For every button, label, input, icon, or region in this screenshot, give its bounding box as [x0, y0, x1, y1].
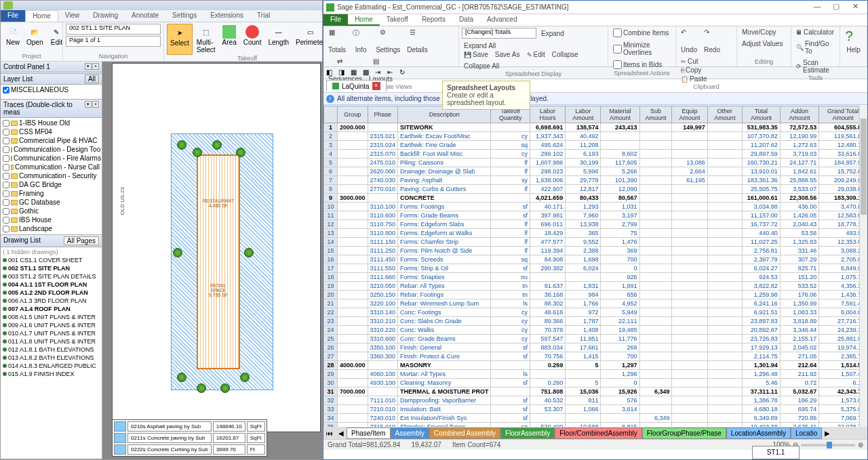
area-button[interactable]: Area — [220, 24, 239, 55]
expandall-button[interactable]: Expand All — [462, 41, 498, 50]
sheet-tab[interactable]: Locatio — [791, 427, 822, 439]
tab-extensions[interactable]: Extensions — [203, 10, 250, 22]
drawing-canvas[interactable]: OLD US-23 RESTAURANT4,400 SF RETAIL SPAC… — [102, 62, 322, 459]
trace-checkbox[interactable] — [3, 146, 9, 153]
tool-icon[interactable]: ⇥ — [375, 68, 384, 78]
tab-drawing[interactable]: Drawing — [86, 10, 125, 22]
undo-button[interactable]: ↶Undo — [679, 28, 699, 54]
expand-button[interactable]: Expand — [539, 29, 566, 38]
table-row[interactable]: 213220.100Rebar: Wiremesh Lump Sumls88.3… — [324, 299, 867, 308]
details-button[interactable]: ☰Details — [405, 28, 430, 54]
tab-reports[interactable]: Reports — [415, 14, 452, 26]
trace-checkbox[interactable] — [3, 164, 9, 171]
trace-checkbox[interactable] — [3, 190, 9, 197]
table-row[interactable]: 203250.150Rebar: Footingstn38.1689846561… — [324, 291, 867, 299]
tab-view[interactable]: View — [58, 10, 87, 22]
view-combo[interactable]: [Changes] Totals — [462, 28, 536, 39]
table-row[interactable]: 163111.450Forms: Screedssq84.9081,698700… — [324, 255, 867, 264]
trace-item[interactable]: Communication - Design Too — [1, 145, 101, 154]
trace-item[interactable]: IBS House — [1, 215, 101, 224]
table-row[interactable]: 327111.010Dampproofing: VaporBarriersf40… — [324, 396, 867, 405]
close-tab-icon[interactable]: × — [372, 82, 380, 90]
drawing-item[interactable]: 008 A1.5 UNIT PLANS & INTER — [1, 313, 101, 321]
new-button[interactable]: 📄New — [3, 24, 22, 47]
select-button[interactable]: ➤Select — [167, 24, 193, 55]
doc-tab[interactable]: LaQuinta × — [326, 80, 387, 91]
column-header[interactable]: Material Amount — [601, 106, 639, 123]
tool-icon[interactable]: ↻ — [399, 68, 409, 78]
close-button[interactable]: ✕ — [846, 2, 865, 13]
table-row[interactable]: 337210.010Insulation: Battsf53.3071,0663… — [324, 405, 867, 414]
table-row[interactable]: 253310.600Conc: Grade Beamscy597.54711,9… — [324, 335, 867, 343]
pin-icon[interactable]: ▾ — [85, 101, 92, 108]
open-button[interactable]: 📂Open — [24, 24, 45, 47]
table-row[interactable]: 123110.750Forms: Edgeform Slabslf696.011… — [324, 220, 867, 229]
trace-point[interactable] — [244, 248, 254, 257]
help-button[interactable]: ?Help — [843, 28, 864, 54]
scan-button[interactable]: ⟳ Scan Estimate — [794, 58, 837, 75]
sheet-tab[interactable]: LocationAssembly — [726, 427, 791, 439]
trace-point[interactable] — [197, 383, 206, 393]
table-row[interactable]: 347240.010Ext Insulation/Finish Syssf6,3… — [324, 414, 867, 423]
drawing-item[interactable]: 007 A1.4 ROOF PLAN — [1, 305, 101, 313]
count-button[interactable]: Count — [241, 24, 264, 55]
column-header[interactable]: Phase — [368, 106, 398, 123]
tab-file[interactable]: File — [1, 10, 25, 22]
table-row[interactable]: 42315.070Backfill: Foot Wall Misccy299.1… — [324, 150, 867, 159]
table-row[interactable]: 263350.100Finish: Generalsf883.03417,661… — [324, 343, 867, 352]
table-row[interactable]: 153111.250Forms: Pilm Notch @ Sidelf119.… — [324, 247, 867, 255]
trace-item[interactable]: Gothic — [1, 207, 101, 215]
trace-point[interactable] — [240, 373, 250, 382]
drawing-item[interactable]: 004 A1.1 1ST FLOOR PLAN — [1, 280, 101, 289]
trace-checkbox[interactable] — [3, 155, 9, 162]
copy-button[interactable]: ⎘ Copy — [679, 66, 709, 75]
layer-item[interactable]: MISCELLANEOUS — [1, 85, 101, 94]
table-row[interactable]: 294060.100Mortar: All Typesls1,2961,296.… — [324, 370, 867, 379]
trace-item[interactable]: Framing — [1, 189, 101, 198]
trace-checkbox[interactable] — [3, 129, 9, 135]
trace-checkbox[interactable] — [3, 138, 9, 144]
trace-item[interactable]: CSS MF04 — [1, 127, 101, 136]
collapse-button[interactable]: Collapse — [550, 50, 580, 59]
drawing-item[interactable]: 011 A1.8 UNIT PLANS & INTER — [1, 337, 101, 346]
spreadsheet-grid[interactable]: GroupPhaseDescriptionTakeoff QuantityLab… — [323, 106, 867, 427]
close-icon[interactable]: × — [92, 101, 99, 108]
minimize-button[interactable]: — — [808, 2, 827, 13]
cut-button[interactable]: ✂ Cut — [679, 57, 709, 66]
tool-icon[interactable]: ◧ — [326, 68, 336, 78]
trace-checkbox[interactable] — [3, 120, 9, 127]
column-header[interactable]: Other Amount — [707, 106, 742, 123]
trace-item[interactable]: Communication - Nurse Call — [1, 163, 101, 171]
trace-checkbox[interactable] — [3, 173, 9, 180]
length-button[interactable]: —Length — [265, 24, 292, 55]
table-row[interactable]: 32315.024Earthwk: Fine Gradesq495.62411,… — [324, 141, 867, 150]
drawing-item[interactable]: 012 A1.8.1 BATH ELEVATIONS — [1, 346, 101, 354]
table-row[interactable]: 183111.660Forms: Snaptiesno926924.53151.… — [324, 273, 867, 282]
drawing-item[interactable]: 009 A1.6 UNIT PLANS & INTER — [1, 321, 101, 329]
sheet-tab[interactable]: Floor/CombinedAssembly — [555, 427, 642, 439]
table-row[interactable]: 304930.100Cleaning: Masonrysf0.260505.46… — [324, 379, 867, 388]
table-row[interactable]: 223310.140Conc: Footingscy48.6189725,949… — [324, 308, 867, 317]
trace-item[interactable]: Communication - Security — [1, 171, 101, 180]
table-row[interactable]: 12000.000SITEWORK6,698.691138,574243,413… — [324, 123, 867, 132]
trace-point[interactable] — [177, 373, 186, 382]
tab-takeoff[interactable]: Takeoff — [380, 14, 415, 26]
drawing-list-header[interactable]: Drawing List All Pages — [1, 235, 102, 247]
drawing-item[interactable]: 003 ST1.2 SITE PLAN DETAILS — [1, 272, 101, 280]
drawing-item[interactable]: 015 A1.9 FINISH INDEX — [1, 370, 101, 378]
tab-home[interactable]: Home — [348, 14, 380, 26]
table-row[interactable]: 82770.010Paving: Curbs & Gutterslf422.60… — [324, 185, 867, 194]
table-row[interactable]: 93000.000CONCRETE4,021.65980,43380,56716… — [324, 194, 867, 203]
tab-nav-next[interactable]: ▶ — [822, 430, 833, 437]
calc-button[interactable]: 🖩 Calculator — [794, 28, 836, 37]
table-row[interactable]: 62620.000Drainage: Drainage @ Slablf298.… — [324, 167, 867, 176]
drawing-item[interactable]: 005 A1.2 2ND FLOOR PLAN — [1, 289, 101, 297]
adjust-button[interactable]: Adjust Values — [740, 39, 785, 48]
trace-child[interactable]: 0002- Beds, Topsoil, Fi — [1, 233, 101, 234]
tab-home[interactable]: Home — [25, 10, 58, 22]
trace-checkbox[interactable] — [3, 217, 9, 224]
trace-item[interactable]: 1-IBS House Old — [1, 119, 101, 127]
paste-button[interactable]: 📋 Paste — [679, 75, 709, 83]
column-header[interactable]: Labor Hours — [530, 106, 565, 123]
zoom-in-button[interactable]: ⊕ — [858, 441, 863, 448]
